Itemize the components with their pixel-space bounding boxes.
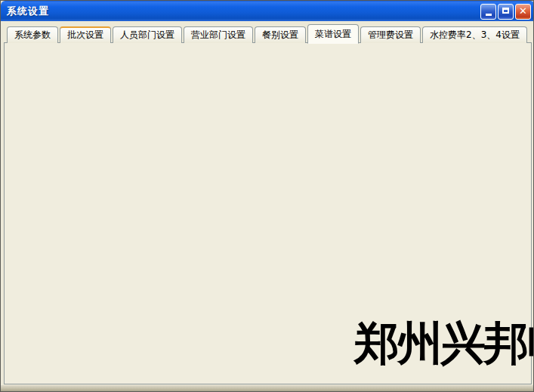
tab-water-rate[interactable]: 水控费率2、3、4设置: [422, 26, 527, 43]
minimize-button[interactable]: [480, 4, 496, 20]
minimize-icon: [486, 14, 492, 16]
close-button[interactable]: ✕: [515, 4, 531, 20]
window-bottom-border: [1, 385, 534, 391]
tab-batch-settings[interactable]: 批次设置: [60, 26, 111, 43]
tab-system-params[interactable]: 系统参数: [7, 26, 58, 43]
tab-business-dept[interactable]: 营业部门设置: [184, 26, 253, 43]
close-icon: ✕: [519, 5, 527, 17]
maximize-button[interactable]: [498, 4, 514, 20]
system-settings-window: 系统设置 ✕ 系统参数 批次设置 人员部门设置 营业部门设置 餐别设置 菜谱设置…: [0, 0, 534, 392]
tab-personnel-dept[interactable]: 人员部门设置: [113, 26, 182, 43]
tab-meal-type[interactable]: 餐别设置: [255, 26, 306, 43]
tab-menu-settings[interactable]: 菜谱设置: [307, 24, 359, 44]
tab-strip: 系统参数 批次设置 人员部门设置 营业部门设置 餐别设置 菜谱设置 管理费设置 …: [7, 25, 532, 43]
tab-management-fee[interactable]: 管理费设置: [360, 26, 421, 43]
title-bar[interactable]: 系统设置 ✕: [1, 1, 534, 21]
caption-buttons: ✕: [480, 4, 531, 20]
tab-page-panel: [4, 42, 532, 384]
window-title: 系统设置: [1, 5, 49, 18]
maximize-icon: [502, 8, 509, 14]
